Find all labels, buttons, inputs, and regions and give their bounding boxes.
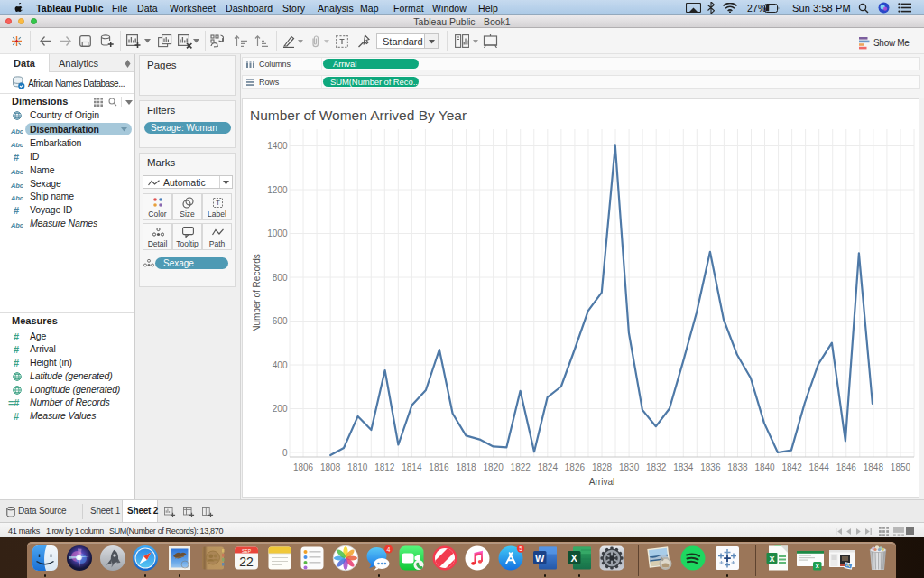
svg-text:T: T <box>216 199 220 207</box>
svg-text:1806: 1806 <box>293 462 314 472</box>
svg-text:5: 5 <box>519 545 522 552</box>
svg-text:1836: 1836 <box>700 462 721 472</box>
svg-text:1824: 1824 <box>538 462 559 472</box>
svg-text:1816: 1816 <box>429 462 449 472</box>
svg-text:1400: 1400 <box>267 141 288 151</box>
svg-text:800: 800 <box>273 273 288 283</box>
svg-text:W: W <box>535 553 545 564</box>
svg-text:1848: 1848 <box>864 462 884 472</box>
svg-text:1842: 1842 <box>781 462 802 472</box>
svg-text:Arrival: Arrival <box>589 477 614 487</box>
svg-text:1844: 1844 <box>809 462 830 472</box>
svg-text:0: 0 <box>282 448 288 458</box>
svg-text:400: 400 <box>273 360 288 370</box>
svg-text:1818: 1818 <box>456 462 476 472</box>
svg-text:22: 22 <box>239 555 254 569</box>
svg-text:1850: 1850 <box>891 462 911 472</box>
svg-text:SEP: SEP <box>241 548 251 554</box>
svg-text:1834: 1834 <box>673 462 694 472</box>
svg-text:Number of Records: Number of Records <box>252 254 262 332</box>
svg-text:1814: 1814 <box>402 462 422 472</box>
svg-text:1846: 1846 <box>836 462 857 472</box>
svg-text:1838: 1838 <box>727 462 748 472</box>
svg-text:1840: 1840 <box>754 462 775 472</box>
svg-text:1808: 1808 <box>320 462 341 472</box>
svg-text:1828: 1828 <box>592 462 613 472</box>
svg-text:1826: 1826 <box>565 462 586 472</box>
svg-text:200: 200 <box>273 404 288 414</box>
svg-text:600: 600 <box>273 316 288 326</box>
svg-text:1830: 1830 <box>619 462 640 472</box>
svg-text:1810: 1810 <box>347 462 368 472</box>
svg-text:x: x <box>816 563 819 569</box>
svg-text:1200: 1200 <box>267 185 288 195</box>
svg-text:X: X <box>769 555 774 564</box>
svg-text:Number of Women Arrived By Yea: Number of Women Arrived By Year <box>250 107 467 123</box>
svg-text:1820: 1820 <box>484 462 504 472</box>
svg-text:1822: 1822 <box>511 462 531 472</box>
svg-text:1000: 1000 <box>267 228 288 238</box>
svg-text:X: X <box>571 553 578 564</box>
svg-text:1812: 1812 <box>374 462 395 472</box>
svg-text:1832: 1832 <box>646 462 667 472</box>
svg-text:4: 4 <box>387 546 391 553</box>
